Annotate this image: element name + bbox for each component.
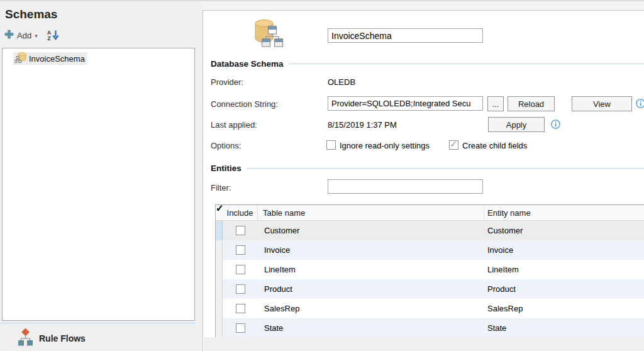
row-selector-gutter[interactable] [216,279,223,299]
connection-string-input[interactable] [328,96,483,111]
include-cell [223,318,258,338]
reload-button[interactable]: Reload [508,96,555,111]
entity-name-cell[interactable]: State [484,318,644,338]
include-cell [223,240,258,260]
column-header-table-name[interactable]: Table name [258,205,484,220]
table-footer-area [204,337,644,351]
table-name-cell[interactable]: Product [258,279,484,299]
include-cell [223,299,258,318]
chevron-down-icon: ▾ [35,31,38,39]
provider-value: OLEDB [328,77,355,87]
connection-string-label: Connection String: [211,99,278,109]
provider-label: Provider: [211,77,243,87]
entity-name-cell[interactable]: Invoice [484,240,644,260]
row-selector-gutter[interactable] [216,221,223,240]
table-row[interactable]: LineItemLineItem [216,260,644,279]
include-checkbox[interactable] [236,284,245,294]
schema-name-input[interactable] [328,28,483,43]
table-row[interactable]: InvoiceInvoice [216,240,644,260]
table-name-cell[interactable]: SalesRep [258,299,484,318]
ignore-readonly-checkbox[interactable] [326,140,336,150]
include-checkbox[interactable] [236,265,245,274]
last-applied-value: 8/15/2019 1:37 PM [328,120,397,130]
add-schema-button[interactable]: Add ▾ [4,30,38,42]
database-schema-icon [252,17,286,51]
entity-table: Include Table name Entity name CustomerC… [215,204,644,338]
rule-flows-section-header[interactable]: Rule Flows [0,326,200,351]
column-header-entity-name[interactable]: Entity name [484,205,644,220]
sort-az-button[interactable]: A Z [47,30,60,41]
database-schema-section-label: Database Schema [211,59,284,69]
database-schema-section-header: Database Schema [211,58,644,69]
entity-name-cell[interactable]: Customer [484,221,644,240]
table-row[interactable]: SalesRepSalesRep [216,299,644,318]
table-row[interactable]: CustomerCustomer [216,221,644,240]
section-rule [289,64,644,64]
last-applied-label: Last applied: [211,120,257,130]
table-row[interactable]: StateState [216,318,644,338]
svg-text:Z: Z [47,35,50,41]
top-band [203,1,644,10]
include-checkbox[interactable] [236,245,245,255]
filter-input[interactable] [328,179,483,194]
apply-info-icon[interactable] [551,120,560,129]
column-header-include[interactable]: Include [223,205,258,220]
connection-info-icon[interactable] [636,99,644,108]
tree-item-invoiceschema[interactable]: InvoiceSchema [13,52,87,65]
row-selector-gutter[interactable] [216,260,223,279]
section-rule [247,168,644,169]
table-name-cell[interactable]: State [258,318,484,338]
entity-name-cell[interactable]: LineItem [484,260,644,279]
table-name-cell[interactable]: LineItem [258,260,484,279]
entity-name-cell[interactable]: Product [484,279,644,299]
options-label: Options: [211,141,241,150]
schemas-tree-panel: InvoiceSchema [2,48,195,321]
row-selector-gutter[interactable] [216,299,223,318]
browse-button[interactable]: ... [487,96,504,111]
table-name-cell[interactable]: Customer [258,221,484,240]
include-cell [223,221,258,240]
include-cell [223,279,258,299]
schema-tree-icon [14,52,26,65]
sort-az-icon: A Z [47,30,60,41]
apply-button[interactable]: Apply [488,117,545,132]
include-checkbox[interactable] [236,226,245,235]
filter-label: Filter: [211,183,231,192]
add-plus-icon [4,30,14,42]
table-row[interactable]: ProductProduct [216,279,644,299]
schemas-sidebar: Schemas Add ▾ A Z [0,1,200,351]
create-child-fields-label: Create child fields [462,141,527,150]
view-button[interactable]: View [572,96,632,111]
ignore-readonly-label: Ignore read-only settings [340,141,430,150]
tree-item-label: InvoiceSchema [29,54,85,64]
sidebar-splitter[interactable] [0,322,196,324]
schema-detail-panel: Database Schema Provider: OLEDB Connecti… [203,10,644,351]
rule-flows-label: Rule Flows [39,333,86,343]
entity-name-cell[interactable]: SalesRep [484,299,644,318]
rule-flows-icon [18,328,33,349]
entities-section-header: Entities [211,163,644,174]
row-selector-gutter[interactable] [216,240,223,260]
entities-section-label: Entities [211,164,242,173]
add-button-label: Add [17,31,31,40]
include-checkbox[interactable] [236,323,245,333]
table-name-cell[interactable]: Invoice [258,240,484,260]
entity-table-header: Include Table name Entity name [216,205,644,221]
entity-table-body: CustomerCustomerInvoiceInvoiceLineItemLi… [216,221,644,338]
sidebar-title: Schemas [5,8,57,21]
include-cell [223,260,258,279]
create-child-fields-checkbox[interactable] [449,140,458,150]
row-selector-gutter[interactable] [216,318,223,338]
sidebar-toolbar: Add ▾ A Z [4,29,60,42]
include-checkbox[interactable] [236,304,245,313]
